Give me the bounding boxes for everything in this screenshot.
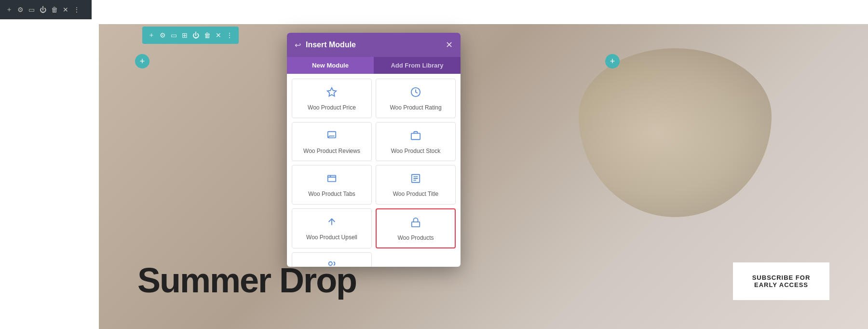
toolbar-plus-icon[interactable]: ＋ [6,5,13,14]
plus-button-left[interactable]: + [135,54,149,69]
module-grid: Woo Product Price Woo Product Rating Woo… [292,79,456,267]
module-item-woo-product-stock[interactable]: Woo Product Stock [376,122,456,162]
subscribe-title: SUBSCRIBE FOR [745,274,818,281]
row-columns-icon[interactable]: ▭ [171,31,177,39]
woo-products-label: Woo Products [397,234,434,242]
module-item-woo-product-upsell[interactable]: Woo Product Upsell [292,208,372,249]
row-toolbar: ＋ ⚙ ▭ ⊞ ⏻ 🗑 ✕ ⋮ [142,27,239,44]
woo-product-rating-icon [410,87,421,100]
module-item-woo-related-products[interactable]: Woo Related Products [292,252,372,267]
svg-rect-2 [411,133,420,139]
woo-product-upsell-icon [326,217,337,230]
woo-product-rating-label: Woo Product Rating [390,104,441,112]
toolbar-columns-icon[interactable]: ▭ [28,6,35,14]
dialog-header-left: ↩ Insert Module [295,41,356,50]
module-item-woo-products[interactable]: Woo Products [376,208,456,249]
woo-product-upsell-label: Woo Product Upsell [306,234,357,242]
module-item-woo-product-title[interactable]: Woo Product Title [376,165,456,205]
insert-module-dialog: ↩ Insert Module ✕ New Module Add From Li… [287,33,461,267]
dialog-close-icon[interactable]: ✕ [446,40,453,50]
woo-products-icon [410,217,421,231]
toolbar-gear-icon[interactable]: ⚙ [17,6,24,14]
dialog-title: Insert Module [306,41,356,49]
svg-rect-3 [328,176,336,182]
row-gear-icon[interactable]: ⚙ [160,31,166,39]
plus-button-right[interactable]: + [605,54,620,69]
toolbar-dots-icon[interactable]: ⋮ [73,6,80,14]
toolbar-trash-icon[interactable]: 🗑 [51,6,58,14]
woo-product-stock-label: Woo Product Stock [391,148,441,155]
module-item-woo-product-reviews[interactable]: Woo Product Reviews [292,122,372,162]
ring-image [579,48,772,217]
toolbar-power-icon[interactable]: ⏻ [40,6,46,14]
row-dots-icon[interactable]: ⋮ [226,31,233,39]
woo-product-reviews-icon [326,130,337,144]
svg-point-6 [329,262,332,265]
toolbar-close-icon[interactable]: ✕ [63,6,68,14]
woo-product-title-label: Woo Product Title [393,191,439,198]
module-item-woo-product-price[interactable]: Woo Product Price [292,79,372,118]
row-close-icon[interactable]: ✕ [216,31,221,39]
svg-rect-5 [412,222,420,227]
page-background-image: Summer Drop SUBSCRIBE FOR EARLY ACCESS [99,24,868,329]
dialog-body[interactable]: Woo Product Price Woo Product Rating Woo… [287,74,461,267]
woo-product-stock-icon [410,130,421,144]
dialog-header: ↩ Insert Module ✕ [287,33,461,57]
top-toolbar: ＋ ⚙ ▭ ⏻ 🗑 ✕ ⋮ [0,0,92,19]
row-trash-icon[interactable]: 🗑 [204,31,211,39]
row-power-icon[interactable]: ⏻ [192,31,199,39]
woo-product-tabs-label: Woo Product Tabs [308,191,355,198]
woo-product-price-label: Woo Product Price [308,104,356,112]
woo-product-title-icon [410,173,421,187]
dialog-back-icon[interactable]: ↩ [295,41,301,50]
module-item-woo-product-tabs[interactable]: Woo Product Tabs [292,165,372,205]
woo-product-tabs-icon [326,173,337,187]
woo-related-products-icon [326,260,337,267]
subscribe-box: SUBSCRIBE FOR EARLY ACCESS [733,262,829,300]
tab-new-module[interactable]: New Module [287,57,374,74]
row-plus-icon[interactable]: ＋ [148,31,155,40]
row-grid-icon[interactable]: ⊞ [182,31,188,39]
woo-product-reviews-label: Woo Product Reviews [303,148,360,155]
module-item-woo-product-rating[interactable]: Woo Product Rating [376,79,456,118]
dialog-tabs: New Module Add From Library [287,57,461,74]
subscribe-subtitle: EARLY ACCESS [745,281,818,288]
woo-product-price-icon [326,87,337,100]
tab-add-from-library[interactable]: Add From Library [374,57,461,74]
